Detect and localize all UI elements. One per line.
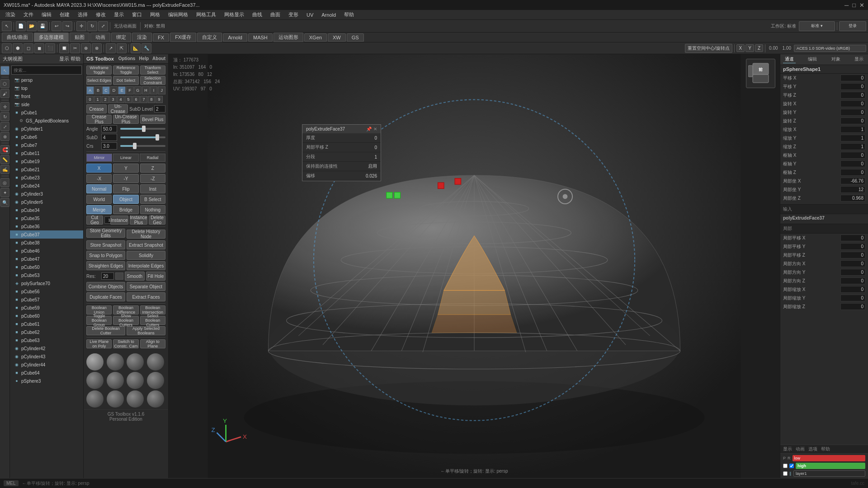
outliner-item-pcube50[interactable]: ■pCube50 (10, 263, 83, 271)
gs-letter-H[interactable]: H (142, 86, 150, 94)
gs-sphere-3[interactable] (127, 353, 144, 371)
menu-mesh-display[interactable]: 网格显示 (221, 10, 248, 19)
gs-transform-toggle[interactable]: Tranform Select (140, 66, 165, 75)
outliner-item-pcylinder44[interactable]: ◉pCylinder44 (10, 361, 83, 369)
extrude-dialog-title[interactable]: polyExtrudeFace37 📌 ✕ (302, 125, 381, 133)
vp-tb-obj-type[interactable]: X (736, 44, 745, 52)
gs-subd-level-input[interactable] (154, 105, 165, 113)
tb-mesh-btn13[interactable]: 🔧 (142, 43, 151, 53)
extrude-dialog-pin[interactable]: 📌 (366, 127, 372, 131)
tb-login-btn[interactable]: 登录 (839, 21, 866, 31)
menu-help[interactable]: 帮助 (340, 10, 358, 19)
tab-mash[interactable]: MASH (248, 33, 273, 42)
gs-crease-btn[interactable]: Crease (86, 104, 107, 113)
gs-boolean-intersection[interactable]: Boolean Intersection (140, 305, 165, 314)
gs-letter-C[interactable]: C (102, 86, 110, 94)
outliner-item-pcylinder43[interactable]: ◉pCylinder43 (10, 352, 83, 361)
gs-linear-tab[interactable]: Linear (113, 154, 139, 162)
gs-num-7[interactable]: 7 (140, 96, 147, 103)
gs-bselect-btn[interactable]: B Select (140, 195, 165, 204)
gs-store-geometry-edits[interactable]: Store Geometry Edits (86, 229, 125, 238)
menu-edit[interactable]: 编辑 (38, 10, 55, 19)
gs-instance-btn[interactable]: Instance (110, 216, 128, 225)
menu-mesh[interactable]: 网格 (146, 10, 164, 19)
menu-display[interactable]: 显示 (110, 10, 127, 19)
gs-neg-x-btn[interactable]: -X (86, 174, 112, 183)
gs-uncrease-btn[interactable]: Un-Crease (108, 104, 128, 113)
tool-lasso[interactable]: ⬡ (0, 79, 9, 88)
tab-fx[interactable]: FX (153, 33, 169, 42)
gs-snap-to-polygon[interactable]: Snap to Polygon (86, 251, 125, 260)
tb-mesh-btn5[interactable]: ⬛ (45, 43, 55, 53)
gs-neg-y-btn[interactable]: -Y (113, 174, 138, 183)
outliner-item-pcylinder42[interactable]: ◉pCylinder42 (10, 344, 83, 352)
gs-sphere-10[interactable] (107, 390, 124, 408)
outliner-item-pcube57[interactable]: ■pCube57 (10, 296, 83, 304)
gs-boolean-union[interactable]: Boolean Union (86, 305, 112, 314)
gs-wireframe-toggle[interactable]: Wireframe Toggle (86, 66, 112, 75)
gs-selection-constraint[interactable]: Selection Constraint (140, 76, 165, 85)
gs-delete-boolean-cutter[interactable]: Delete Boolean Cutter (86, 326, 125, 335)
gs-select-edges[interactable]: Select Edges (86, 76, 112, 85)
extrude-dialog-close[interactable]: ✕ (373, 127, 377, 131)
gs-switch-constc-cam[interactable]: Switch to Constc. Cam (113, 339, 138, 348)
gs-sphere-4[interactable] (147, 353, 164, 371)
layer-layer1-r[interactable] (783, 471, 788, 476)
outliner-item-pcube61[interactable]: ■pCube61 (10, 320, 83, 328)
gs-boolean-difference[interactable]: Boolean Difference (113, 305, 138, 314)
menu-create[interactable]: 创建 (56, 10, 73, 19)
gs-about-menu[interactable]: About (152, 56, 165, 61)
ch-tab-display[interactable]: 显示 (853, 56, 865, 63)
viewport-content[interactable]: 顶： 177673 In: 351097 164 0 In: 173536 80… (169, 54, 780, 478)
gs-world-btn[interactable]: World (86, 195, 112, 204)
menu-uv[interactable]: UV (303, 11, 317, 19)
gs-num-8[interactable]: 8 (148, 96, 155, 103)
gs-live-plane-on-poly[interactable]: Live Plane on Poly (86, 339, 112, 348)
outliner-item-top[interactable]: 📷top (10, 84, 83, 92)
tb-btn-move[interactable]: ✛ (76, 21, 86, 31)
gs-inst-btn[interactable]: Inst (140, 184, 165, 193)
tb-mesh-btn3[interactable]: ◻ (24, 43, 33, 53)
tb-mesh-btn7[interactable]: ✂ (70, 43, 80, 53)
gs-bevel-plus-btn[interactable]: Bevel Plus (140, 115, 165, 124)
tb-btn-save[interactable]: 💾 (38, 21, 47, 31)
tab-poly-modeling[interactable]: 多边形建模 (34, 33, 69, 42)
gs-num-3[interactable]: 3 (109, 96, 117, 103)
outliner-item-pcylinder6[interactable]: ◉pCylinder6 (10, 198, 83, 206)
outliner-item-booleans[interactable]: ⚙GS_AppliedBooleans (10, 117, 83, 125)
outliner-search[interactable] (11, 66, 82, 75)
layer-low[interactable]: low (793, 455, 865, 461)
gs-letter-B[interactable]: B (94, 86, 102, 94)
tool-select[interactable]: ↖ (0, 66, 9, 75)
tb-mesh-btn6[interactable]: 🔲 (59, 43, 69, 53)
gs-show-boolean-cutters[interactable]: Show Boolean Cutters (113, 316, 138, 325)
gs-crs-input[interactable] (101, 142, 117, 150)
outliner-item-polysurface70[interactable]: ◈polySurface70 (10, 279, 83, 287)
gs-sphere-5[interactable] (86, 372, 104, 389)
tab-arnold[interactable]: Arnold (223, 33, 247, 42)
outliner-item-pcube62[interactable]: ■pCube62 (10, 328, 83, 336)
gs-sphere-11[interactable] (127, 390, 144, 408)
tb-mesh-btn12[interactable]: 📐 (131, 43, 141, 53)
tool-annotate[interactable]: ✍ (0, 165, 9, 174)
outliner-item-pcube59[interactable]: ■pCube59 (10, 304, 83, 312)
layer-high-p[interactable] (789, 464, 794, 468)
gs-letter-G[interactable]: G (134, 86, 142, 94)
outliner-item-pcube46[interactable]: ■pCube46 (10, 247, 83, 255)
tab-fx-cache[interactable]: FX缓存 (170, 33, 196, 42)
gs-num-6[interactable]: 6 (132, 96, 140, 103)
ch-help-tab[interactable]: 帮助 (821, 446, 830, 452)
gs-instance-plus-btn[interactable]: Instance Plus (130, 216, 148, 225)
vp-renderer-dropdown[interactable]: ACES 1.0 SDR-video (sRGB) (794, 45, 866, 52)
outliner-item-persp[interactable]: 📷persp (10, 76, 83, 84)
vp-tb-obj-type3[interactable]: Z (755, 44, 763, 52)
gs-fill-hole-btn[interactable]: Fill Hole (146, 272, 166, 281)
gs-mirror-tab[interactable]: Mirror (86, 154, 112, 162)
gs-sphere-8[interactable] (147, 372, 164, 389)
tool-measure[interactable]: 📏 (0, 155, 9, 164)
gs-options-menu[interactable]: Options (118, 56, 136, 61)
tab-custom[interactable]: 自定义 (197, 33, 222, 42)
gs-dot-select[interactable]: Dot Select (113, 76, 138, 85)
tool-scale[interactable]: ⤢ (0, 122, 9, 131)
menu-edit-mesh[interactable]: 编辑网格 (165, 10, 192, 19)
